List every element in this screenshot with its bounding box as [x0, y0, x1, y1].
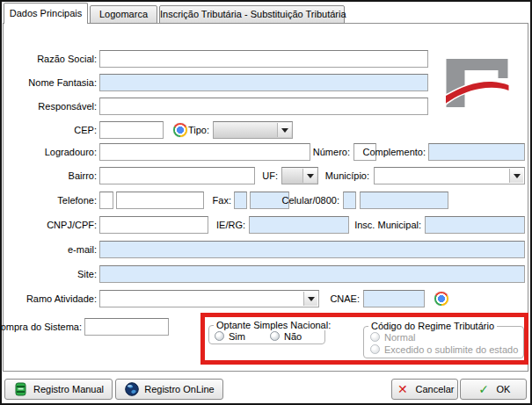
optante-nao-label[interactable]: Não — [284, 331, 302, 343]
tab-dados-principais[interactable]: Dados Principais — [4, 3, 88, 24]
insc-municipal-label: Insc. Municipal: — [354, 220, 421, 231]
ramo-atividade-combobox[interactable] — [99, 290, 319, 307]
telefone-input[interactable] — [116, 192, 204, 209]
printer-icon — [13, 382, 28, 397]
regime-normal-radio — [370, 332, 380, 342]
municipio-label: Município: — [325, 170, 369, 182]
celular-ddd-input[interactable] — [343, 192, 356, 209]
regime-normal-label: Normal — [384, 332, 415, 344]
tipo-dropdown-arrow-icon[interactable] — [277, 123, 291, 137]
optante-nao-radio[interactable] — [270, 331, 280, 341]
uf-combobox[interactable] — [281, 167, 318, 184]
cancelar-button[interactable]: ✕ Cancelar — [391, 379, 458, 400]
logradouro-input[interactable] — [99, 143, 310, 161]
ie-rg-input[interactable] — [249, 216, 349, 234]
optante-sim-label[interactable]: Sim — [229, 331, 245, 343]
tab-inscricao-tributaria[interactable]: Inscrição Tributária - Substituição Trib… — [159, 5, 345, 24]
telefone-label: Telefone: — [57, 195, 97, 206]
ramo-atividade-label: Ramo Atividade: — [26, 293, 97, 305]
razao-social-label: Razão Social: — [37, 54, 97, 65]
regime-excedido-radio — [370, 344, 380, 354]
ramo-atividade-dropdown-arrow-icon[interactable] — [303, 292, 317, 306]
cancelar-label: Cancelar — [415, 384, 454, 394]
compra-sistema-label: Compra do Sistema: — [0, 322, 82, 333]
company-registration-dialog: Dados Principais Logomarca Inscrição Tri… — [0, 0, 532, 405]
regime-excedido-label: Excedido o sublimite do estado — [384, 344, 518, 356]
bairro-label: Bairro: — [69, 170, 97, 182]
bairro-input[interactable] — [99, 167, 255, 184]
optante-simples-title: Optante Simples Nacional: — [214, 320, 333, 330]
registro-online-label: Registro OnLine — [144, 384, 215, 394]
responsavel-input[interactable] — [99, 98, 428, 115]
insc-municipal-input[interactable] — [425, 216, 525, 234]
telefone-ddd-input[interactable] — [99, 192, 113, 209]
company-f-logo — [446, 59, 509, 107]
site-label: Site: — [77, 269, 97, 280]
optante-sim-radio[interactable] — [215, 331, 224, 341]
green-check-icon: ✓ — [477, 382, 492, 397]
registro-manual-label: Registro Manual — [33, 384, 104, 394]
fax-label: Fax: — [213, 195, 231, 206]
registro-manual-button[interactable]: Registro Manual — [4, 379, 113, 400]
numero-label: Número: — [313, 147, 350, 158]
complemento-label: Complemento: — [362, 147, 426, 158]
globe-icon — [124, 382, 139, 397]
email-label: e-mail: — [68, 244, 97, 256]
responsavel-label: Responsável: — [38, 101, 97, 112]
municipio-combobox[interactable] — [374, 167, 525, 184]
nome-fantasia-input[interactable] — [99, 74, 428, 91]
cnpj-cpf-input[interactable] — [99, 216, 208, 234]
municipio-dropdown-arrow-icon[interactable] — [509, 169, 523, 183]
celular-label: Celular/0800: — [282, 195, 339, 206]
uf-label: UF: — [262, 170, 278, 182]
logradouro-label: Logradouro: — [45, 147, 97, 158]
ok-button[interactable]: ✓ OK — [460, 379, 527, 400]
red-x-icon: ✕ — [395, 382, 410, 397]
cnae-label: CNAE: — [330, 293, 360, 305]
tab-logomarca[interactable]: Logomarca — [90, 5, 157, 24]
razao-social-input[interactable] — [99, 50, 428, 68]
uf-dropdown-arrow-icon[interactable] — [302, 169, 317, 183]
nome-fantasia-label: Nome Fantasia: — [28, 77, 97, 89]
cep-input[interactable] — [99, 121, 164, 139]
celular-input[interactable] — [360, 192, 448, 209]
regime-tributario-title: Código do Regime Tributário — [368, 321, 497, 331]
fax-ddd-input[interactable] — [234, 192, 247, 209]
cnpj-cpf-label: CNPJ/CPF: — [47, 220, 97, 231]
complemento-input[interactable] — [428, 143, 525, 161]
cnae-input[interactable] — [363, 290, 425, 307]
compra-sistema-input[interactable] — [84, 318, 169, 336]
tipo-combobox[interactable] — [213, 121, 293, 139]
tipo-label: Tipo: — [188, 125, 209, 136]
registro-online-button[interactable]: Registro OnLine — [115, 379, 223, 400]
site-input[interactable] — [99, 265, 525, 283]
cep-chrome-lookup-icon[interactable] — [173, 123, 187, 137]
cep-label: CEP: — [74, 125, 97, 136]
email-input[interactable] — [99, 241, 525, 258]
ok-label: OK — [497, 384, 511, 394]
cnae-chrome-lookup-icon[interactable] — [434, 292, 448, 306]
ie-rg-label: IE/RG: — [216, 220, 245, 231]
